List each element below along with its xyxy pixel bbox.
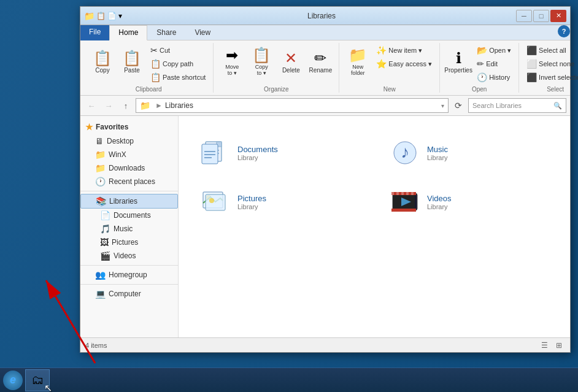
paste-button[interactable]: 📋 Paste: [118, 44, 145, 80]
select-none-button[interactable]: ⬜ Select none: [524, 58, 578, 70]
documents-name: Documents: [237, 145, 278, 154]
search-box[interactable]: Search Libraries 🔍: [468, 98, 566, 113]
desktop-icon: 🖥: [95, 136, 104, 146]
sidebar-divider-1: [80, 191, 178, 191]
move-to-label: Move to ▾: [225, 64, 239, 76]
videos-info: Videos Library: [427, 194, 452, 210]
address-dropdown-icon[interactable]: ▾: [441, 102, 444, 109]
copy-to-button[interactable]: 📋 Copy to ▾: [248, 44, 275, 80]
history-icon: 🕐: [477, 72, 487, 82]
close-button[interactable]: ✕: [550, 10, 566, 22]
ie-button[interactable]: e: [3, 371, 23, 390]
sidebar-item-pictures[interactable]: 🖼 Pictures: [80, 236, 178, 249]
new-item-label: New item ▾: [388, 47, 422, 55]
winx-label: WinX: [109, 150, 126, 159]
new-item-button[interactable]: ✨ New item ▾: [374, 44, 434, 56]
paste-shortcut-icon: 📋: [150, 72, 161, 82]
sidebar-favorites-header[interactable]: ★ Favorites: [80, 120, 178, 134]
library-grid: Documents Library ♪ Mus: [191, 128, 558, 226]
tab-share[interactable]: Share: [147, 25, 185, 40]
maximize-button[interactable]: □: [533, 10, 549, 22]
library-item-pictures[interactable]: Pictures Library: [197, 183, 362, 220]
library-item-music[interactable]: ♪ Music Library: [387, 134, 552, 171]
new-small-col: ✨ New item ▾ ⭐ Easy access ▾: [374, 44, 434, 70]
favorites-label: Favorites: [96, 123, 128, 131]
ribbon-tabs: File Home Share View ?: [80, 25, 570, 40]
select-all-icon: ⬛: [526, 45, 537, 55]
cut-button[interactable]: ✂ Cut: [148, 44, 208, 56]
open-label: Open: [472, 86, 487, 93]
forward-button[interactable]: →: [101, 98, 116, 113]
status-right: ☰ ⊞: [538, 340, 565, 351]
sidebar-computer[interactable]: 💻 Computer: [80, 287, 178, 301]
open-small-col: 📂 Open ▾ ✏ Edit 🕐 History: [474, 44, 514, 83]
history-button[interactable]: 🕐 History: [474, 71, 514, 83]
tab-home[interactable]: Home: [109, 25, 147, 40]
folder-icon: 📁: [84, 11, 94, 21]
edit-icon: ✏: [477, 59, 484, 69]
view-details-button[interactable]: ☰: [538, 340, 550, 351]
sidebar-item-videos[interactable]: 🎬 Videos: [80, 249, 178, 263]
svg-rect-13: [206, 194, 225, 210]
libraries-label: Libraries: [109, 197, 137, 206]
minimize-button[interactable]: ─: [516, 10, 532, 22]
up-button[interactable]: ↑: [118, 98, 133, 113]
pictures-large-icon: [201, 187, 230, 217]
edit-button[interactable]: ✏ Edit: [474, 58, 514, 70]
properties-button[interactable]: ℹ Properties: [445, 44, 472, 80]
sidebar-item-downloads[interactable]: 📁 Downloads: [80, 161, 178, 175]
open-label: Open ▾: [489, 47, 511, 55]
new-folder-button[interactable]: 📁 New folder: [344, 44, 371, 80]
sidebar-libraries-header[interactable]: 📚 Libraries: [80, 194, 178, 209]
clipboard-label: Clipboard: [136, 86, 162, 93]
svg-text:♪: ♪: [401, 142, 409, 161]
library-item-videos[interactable]: Videos Library: [387, 183, 552, 220]
libraries-icon: 📚: [96, 196, 106, 206]
move-to-icon: ➡: [226, 48, 238, 63]
copy-to-icon: 📋: [252, 48, 271, 63]
cursor-icon: ↖: [44, 382, 52, 393]
easy-access-button[interactable]: ⭐ Easy access ▾: [374, 58, 434, 70]
open-button[interactable]: 📂 Open ▾: [474, 44, 514, 56]
videos-name: Videos: [427, 194, 452, 203]
copy-icon: 📋: [93, 51, 112, 66]
paste-shortcut-button[interactable]: 📋 Paste shortcut: [148, 71, 208, 83]
svg-point-14: [209, 198, 214, 203]
sidebar-item-winx[interactable]: 📁 WinX: [80, 148, 178, 161]
copy-button[interactable]: 📋 Copy: [89, 44, 116, 80]
sidebar-item-desktop[interactable]: 🖥 Desktop: [80, 134, 178, 148]
downloads-label: Downloads: [109, 164, 145, 172]
taskbar-explorer-button[interactable]: 🗂 ↖: [25, 369, 50, 391]
documents-info: Documents Library: [237, 145, 278, 161]
search-placeholder: Search Libraries: [472, 102, 522, 109]
tab-view[interactable]: View: [185, 25, 220, 40]
recent-icon: 🕐: [95, 177, 106, 186]
view-tiles-button[interactable]: ⊞: [553, 340, 565, 351]
tab-file[interactable]: File: [80, 25, 109, 40]
help-button[interactable]: ?: [558, 25, 570, 37]
back-button[interactable]: ←: [84, 98, 99, 113]
winx-icon: 📁: [95, 150, 106, 159]
sidebar-item-recent[interactable]: 🕐 Recent places: [80, 175, 178, 188]
sidebar-homegroup[interactable]: 👥 Homegroup: [80, 268, 178, 282]
address-bar-area: ← → ↑ 📁 ► Libraries ▾ ⟳ Search Libraries…: [80, 96, 570, 116]
ribbon: File Home Share View ? 📋 Copy: [80, 25, 570, 96]
sidebar-item-music[interactable]: 🎵 Music: [80, 222, 178, 236]
address-bar[interactable]: 📁 ► Libraries ▾: [136, 98, 449, 113]
title-bar-icons: 📁 📋 📄 ▾: [84, 11, 122, 21]
delete-button[interactable]: ✕ Delete: [277, 44, 304, 80]
library-item-documents[interactable]: Documents Library: [197, 134, 362, 171]
select-all-button[interactable]: ⬛ Select all: [524, 44, 578, 56]
invert-selection-button[interactable]: ⬛ Invert selection: [524, 71, 578, 83]
copy-label: Copy: [95, 67, 109, 74]
refresh-button[interactable]: ⟳: [451, 98, 466, 113]
move-to-button[interactable]: ➡ Move to ▾: [218, 44, 245, 80]
copy-path-icon: 📋: [150, 59, 161, 69]
rename-button[interactable]: ✏ Rename: [307, 44, 334, 80]
rename-label: Rename: [309, 67, 332, 74]
sidebar-item-documents[interactable]: 📄 Documents: [80, 209, 178, 222]
pictures-icon: 🖼: [100, 237, 109, 247]
cut-label: Cut: [160, 47, 170, 54]
copy-path-button[interactable]: 📋 Copy path: [148, 58, 208, 70]
new-item-icon: ✨: [376, 45, 387, 55]
